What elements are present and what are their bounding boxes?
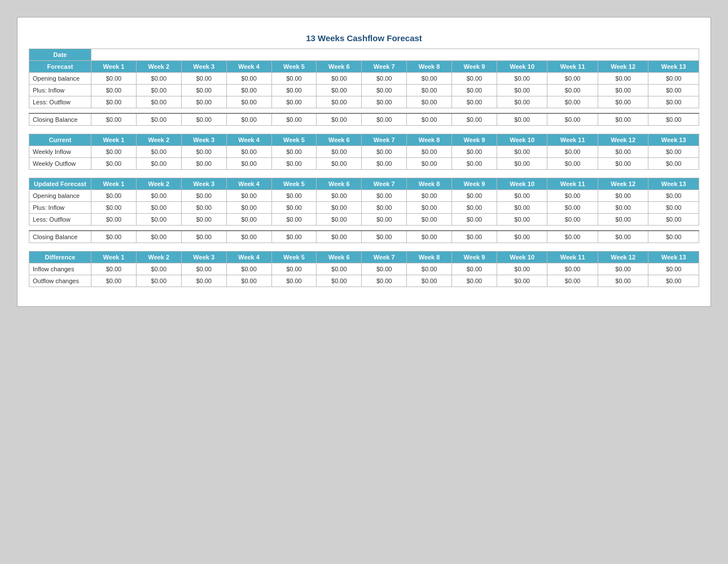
- cell: $0.00: [362, 263, 407, 275]
- cell: $0.00: [136, 190, 181, 202]
- week8-header: Week 8: [407, 61, 452, 73]
- week13-header: Week 13: [648, 61, 699, 73]
- updated-less-outflow-row: Less: Outflow $0.00 $0.00 $0.00 $0.00 $0…: [29, 214, 699, 226]
- week10-header-u: Week 10: [497, 178, 547, 190]
- cell: $0.00: [136, 275, 181, 287]
- cell: $0.00: [362, 73, 407, 85]
- cell: $0.00: [226, 73, 271, 85]
- cell: $0.00: [91, 202, 137, 214]
- cell: $0.00: [91, 214, 137, 226]
- cell: $0.00: [271, 113, 317, 126]
- cell: $0.00: [648, 202, 699, 214]
- cell: $0.00: [317, 263, 362, 275]
- cell: $0.00: [181, 202, 226, 214]
- week13-header-d: Week 13: [648, 252, 699, 263]
- week7-header-c: Week 7: [362, 134, 407, 146]
- cell: $0.00: [181, 158, 226, 170]
- week2-header: Week 2: [136, 61, 181, 73]
- date-header: Date: [29, 49, 91, 61]
- cell: $0.00: [271, 214, 317, 226]
- week6-header-u: Week 6: [317, 178, 362, 190]
- week8-header-c: Week 8: [407, 134, 452, 146]
- less-outflow-label: Less: Outflow: [29, 96, 91, 108]
- week9-header-u: Week 9: [452, 178, 497, 190]
- cell: $0.00: [226, 96, 271, 108]
- week4-header-d: Week 4: [226, 252, 271, 263]
- cell: $0.00: [452, 85, 497, 96]
- week1-header-c: Week 1: [91, 134, 137, 146]
- week4-header-u: Week 4: [226, 178, 271, 190]
- current-table: Current Week 1 Week 2 Week 3 Week 4 Week…: [29, 134, 699, 170]
- cell: $0.00: [181, 214, 226, 226]
- cell: $0.00: [547, 96, 598, 108]
- cell: $0.00: [181, 85, 226, 96]
- cell: $0.00: [181, 73, 226, 85]
- cell: $0.00: [226, 85, 271, 96]
- opening-balance-label: Opening balance: [29, 73, 91, 85]
- forecast-plus-inflow-row: Plus: Inflow $0.00 $0.00 $0.00 $0.00 $0.…: [29, 85, 699, 96]
- outflow-changes-label: Outflow changes: [29, 275, 91, 287]
- cell: $0.00: [226, 113, 271, 126]
- week8-header-d: Week 8: [407, 252, 452, 263]
- week11-header: Week 11: [547, 61, 598, 73]
- forecast-less-outflow-row: Less: Outflow $0.00 $0.00 $0.00 $0.00 $0…: [29, 96, 699, 108]
- cell: $0.00: [317, 96, 362, 108]
- week5-header-c: Week 5: [271, 134, 317, 146]
- closing-balance-label: Closing Balance: [29, 113, 91, 126]
- cell: $0.00: [497, 96, 547, 108]
- cell: $0.00: [226, 146, 271, 158]
- cell: $0.00: [362, 113, 407, 126]
- cell: $0.00: [497, 190, 547, 202]
- cell: $0.00: [547, 158, 598, 170]
- updated-plus-inflow-label: Plus: Inflow: [29, 202, 91, 214]
- cell: $0.00: [497, 113, 547, 126]
- cell: $0.00: [648, 231, 699, 243]
- week6-header-c: Week 6: [317, 134, 362, 146]
- week9-header: Week 9: [452, 61, 497, 73]
- week9-header-d: Week 9: [452, 252, 497, 263]
- updated-plus-inflow-row: Plus: Inflow $0.00 $0.00 $0.00 $0.00 $0.…: [29, 202, 699, 214]
- cell: $0.00: [407, 275, 452, 287]
- week4-header: Week 4: [226, 61, 271, 73]
- updated-opening-balance-row: Opening balance $0.00 $0.00 $0.00 $0.00 …: [29, 190, 699, 202]
- week2-header-u: Week 2: [136, 178, 181, 190]
- cell: $0.00: [648, 190, 699, 202]
- cell: $0.00: [271, 73, 317, 85]
- cell: $0.00: [407, 202, 452, 214]
- forecast-table: Date Forecast Week 1 Week 2 Week 3 Week …: [29, 49, 699, 126]
- forecast-header: Forecast: [29, 61, 91, 73]
- cell: $0.00: [226, 214, 271, 226]
- week3-header-u: Week 3: [181, 178, 226, 190]
- cell: $0.00: [317, 202, 362, 214]
- cell: $0.00: [598, 96, 648, 108]
- cell: $0.00: [317, 146, 362, 158]
- cell: $0.00: [271, 231, 317, 243]
- cell: $0.00: [497, 275, 547, 287]
- cell: $0.00: [226, 202, 271, 214]
- cell: $0.00: [452, 146, 497, 158]
- cell: $0.00: [362, 231, 407, 243]
- cell: $0.00: [136, 113, 181, 126]
- cell: $0.00: [452, 96, 497, 108]
- cell: $0.00: [598, 202, 648, 214]
- cell: $0.00: [317, 275, 362, 287]
- outflow-changes-row: Outflow changes $0.00 $0.00 $0.00 $0.00 …: [29, 275, 699, 287]
- cell: $0.00: [226, 275, 271, 287]
- cell: $0.00: [598, 73, 648, 85]
- cell: $0.00: [317, 113, 362, 126]
- difference-table: Difference Week 1 Week 2 Week 3 Week 4 W…: [29, 251, 699, 287]
- cell: $0.00: [497, 158, 547, 170]
- cell: $0.00: [91, 275, 137, 287]
- cell: $0.00: [497, 146, 547, 158]
- cell: $0.00: [648, 113, 699, 126]
- cell: $0.00: [362, 146, 407, 158]
- week2-header-d: Week 2: [136, 252, 181, 263]
- cell: $0.00: [136, 85, 181, 96]
- spacer: [29, 108, 699, 114]
- week12-header-d: Week 12: [598, 252, 648, 263]
- cell: $0.00: [547, 146, 598, 158]
- cell: $0.00: [547, 214, 598, 226]
- cell: $0.00: [598, 190, 648, 202]
- cell: $0.00: [452, 231, 497, 243]
- cell: $0.00: [407, 158, 452, 170]
